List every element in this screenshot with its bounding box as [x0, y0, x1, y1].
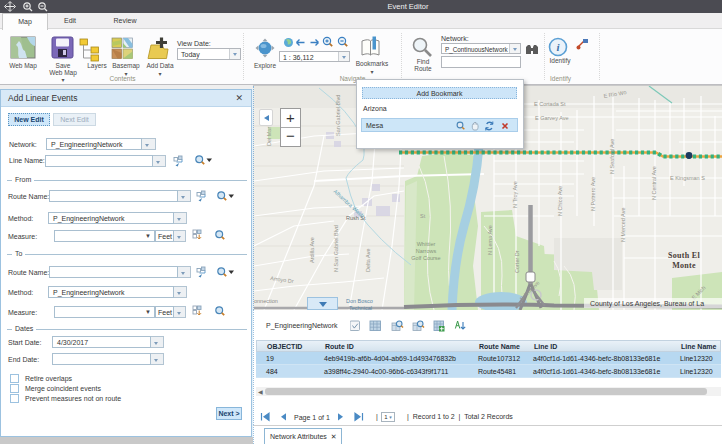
svg-text:County of Los Angeles, Bureau: County of Los Angeles, Bureau of La [590, 300, 704, 308]
svg-text:N Lema Ave: N Lema Ave [487, 225, 493, 255]
svg-text:E Garvey Ave: E Garvey Ave [535, 115, 569, 121]
svg-text:N Central Ave: N Central Ave [651, 166, 657, 200]
svg-text:St: St [420, 213, 426, 219]
svg-text:Monte: Monte [672, 261, 696, 270]
svg-text:Corter Dr: Corter Dr [514, 250, 520, 273]
svg-text:N Seaford Ave: N Seaford Ave [609, 139, 615, 174]
svg-text:N Chico Ave: N Chico Ave [557, 186, 563, 216]
svg-text:N San Gabriel Blvd: N San Gabriel Blvd [333, 225, 339, 272]
svg-text:onnection: onnection [254, 298, 278, 304]
svg-text:E Kingsman S: E Kingsman S [670, 175, 705, 181]
svg-text:Narrows: Narrows [416, 248, 437, 254]
svg-text:N Potrero Ave: N Potrero Ave [590, 177, 596, 211]
svg-text:Whittier: Whittier [417, 241, 436, 247]
svg-text:South El: South El [668, 251, 700, 260]
svg-text:E Cortada St: E Cortada St [534, 101, 566, 107]
svg-text:Page 1 of 1: Page 1 of 1 [294, 414, 330, 422]
svg-text:Ardilla Ave: Ardilla Ave [309, 237, 315, 263]
svg-text:Don Bosco: Don Bosco [346, 298, 373, 304]
svg-text:Golf Course: Golf Course [411, 255, 440, 261]
svg-text:N Troy Ave: N Troy Ave [512, 181, 518, 208]
svg-text:N Merced Ave: N Merced Ave [620, 208, 626, 242]
svg-text:San Gabriel Blvd: San Gabriel Blvd [335, 95, 341, 136]
svg-text:Delta Ave: Delta Ave [365, 249, 371, 272]
